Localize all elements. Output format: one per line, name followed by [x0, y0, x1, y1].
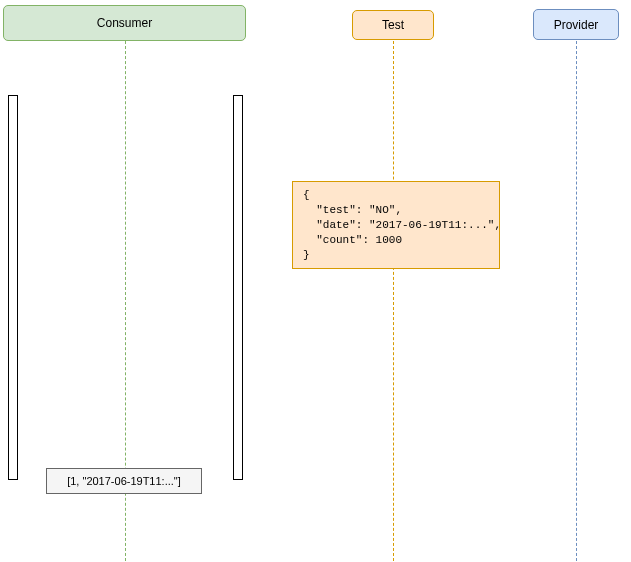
note-json-line4: "count": 1000	[303, 233, 489, 248]
participant-test: Test	[352, 10, 434, 40]
participant-provider: Provider	[533, 9, 619, 40]
note-json-line2: "test": "NO",	[303, 203, 489, 218]
lifeline-test	[393, 41, 394, 561]
participant-consumer-label: Consumer	[97, 16, 152, 30]
note-json-line3: "date": "2017-06-19T11:...",	[303, 218, 489, 233]
participant-provider-label: Provider	[554, 18, 599, 32]
note-json-line1: {	[303, 188, 489, 203]
participant-test-label: Test	[382, 18, 404, 32]
lifeline-provider	[576, 41, 577, 561]
activation-consumer-right	[233, 95, 243, 480]
note-json-line5: }	[303, 248, 489, 263]
activation-consumer-left	[8, 95, 18, 480]
note-array-text: [1, "2017-06-19T11:..."]	[67, 475, 181, 487]
participant-consumer: Consumer	[3, 5, 246, 41]
note-array: [1, "2017-06-19T11:..."]	[46, 468, 202, 494]
note-json: { "test": "NO", "date": "2017-06-19T11:.…	[292, 181, 500, 269]
